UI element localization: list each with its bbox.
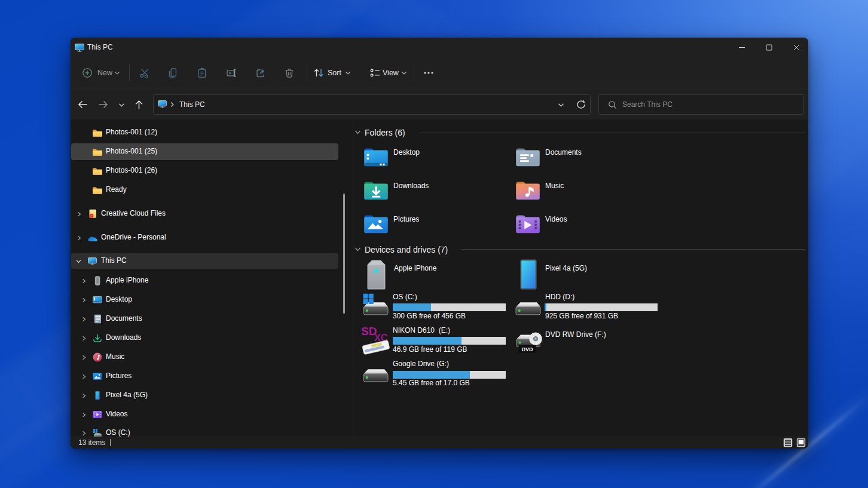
svg-text:DVD: DVD [521, 346, 533, 352]
